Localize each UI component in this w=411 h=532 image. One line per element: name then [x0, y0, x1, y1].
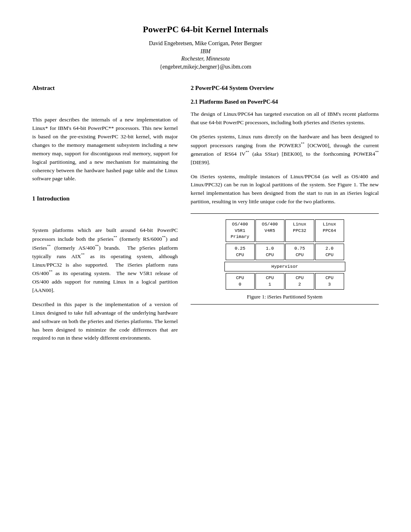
diagram-cpu2: CPU2 [285, 273, 314, 290]
body-columns: Abstract This paper describes the intern… [32, 85, 379, 348]
right-p1: The design of Linux/PPC64 has targeted e… [191, 110, 379, 127]
intro-p2: Described in this paper is the implement… [32, 300, 178, 343]
diagram-hypervisor: Hypervisor [224, 262, 345, 271]
right-column: 2 PowerPC-64 System Overview 2.1 Platfor… [191, 85, 379, 348]
diagram-cpu0: CPU0 [226, 273, 255, 290]
page: PowerPC 64-bit Kernel Internals David En… [0, 0, 411, 532]
diagram-cpu-075: 0.75CPU [285, 244, 314, 260]
diagram-physical-cpu-row: CPU0 CPU1 CPU2 CPU3 [226, 273, 344, 290]
left-column: Abstract This paper describes the intern… [32, 85, 178, 348]
institution: IBM [32, 48, 379, 55]
page-title: PowerPC 64-bit Kernel Internals [32, 24, 379, 35]
iseries-diagram: OS/400V5R1Primary OS/400V4R5 LinuxPPC32 … [194, 219, 376, 290]
section21-heading: 2.1 Platforms Based on PowerPC-64 [191, 99, 379, 105]
hypervisor-label: Hypervisor [272, 264, 298, 269]
diagram-cpu3: CPU3 [315, 273, 344, 290]
diagram-cpu-025: 0.25CPU [226, 244, 255, 260]
authors: David Engebretsen, Mike Corrigan, Peter … [32, 40, 379, 47]
diagram-cell-os400-v5r1: OS/400V5R1Primary [226, 219, 255, 242]
intro-heading: 1 Introduction [32, 195, 178, 202]
diagram-cpu1: CPU1 [255, 273, 284, 290]
header: PowerPC 64-bit Kernel Internals David En… [32, 24, 379, 70]
diagram-os-row: OS/400V5R1Primary OS/400V4R5 LinuxPPC32 … [226, 219, 344, 242]
diagram-cell-linux-ppc32: LinuxPPC32 [285, 219, 314, 242]
diagram-cell-os400-v4r5: OS/400V4R5 [255, 219, 284, 242]
intro-p1: System platforms which are built around … [32, 226, 178, 294]
figure-caption: Figure 1: iSeries Partitioned System [194, 294, 376, 300]
email: {engebret,mikejc,bergner}@us.ibm.com [32, 64, 379, 70]
diagram-cpu-20: 2.0CPU [315, 244, 344, 260]
diagram-cpu-10: 1.0CPU [255, 244, 284, 260]
diagram-cell-linux-ppc64: LinuxPPC64 [315, 219, 344, 242]
location: Rochester, Minnesota [32, 56, 379, 62]
right-p2: On pSeries systems, Linux runs directly … [191, 133, 379, 167]
right-p3: On iSeries systems, multiple instances o… [191, 173, 379, 207]
diagram-cpu-fraction-row: 0.25CPU 1.0CPU 0.75CPU 2.0CPU [226, 244, 344, 260]
abstract-heading: Abstract [32, 85, 178, 92]
abstract-text: This paper describes the internals of a … [32, 116, 178, 183]
section2-heading: 2 PowerPC-64 System Overview [191, 85, 379, 92]
figure1: OS/400V5R1Primary OS/400V4R5 LinuxPPC32 … [191, 213, 379, 305]
